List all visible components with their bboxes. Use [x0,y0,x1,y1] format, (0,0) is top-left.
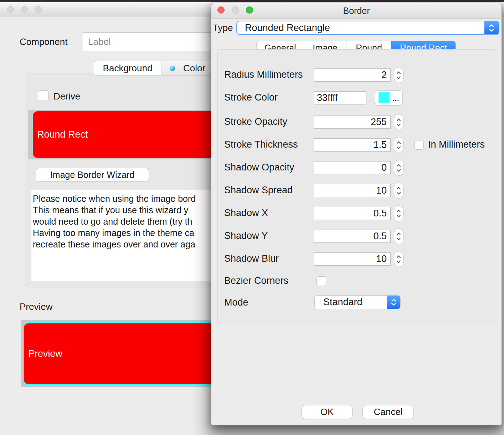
stepper-down-icon [396,169,401,172]
component-input[interactable] [83,32,211,51]
shadow-blur-stepper[interactable] [394,251,403,267]
shadow-opacity-input[interactable] [314,161,391,174]
stepper-up-icon [396,141,401,144]
component-label: Component [20,36,67,47]
stroke-thickness-input[interactable] [314,138,391,152]
in-millimeters-checkbox[interactable] [414,140,424,150]
border-dialog: Border Type Rounded Rectangle General Im… [211,3,502,425]
stroke-thickness-label: Stroke Thickness [224,139,298,150]
stepper-up-icon [396,71,401,74]
shadow-spread-stepper[interactable] [394,183,403,199]
border-dialog-titlebar[interactable]: Border [211,3,502,19]
cancel-button-label: Cancel [374,406,403,418]
close-dialog-button[interactable] [217,6,225,14]
mode-select-arrows-icon [387,296,400,309]
shadow-opacity-label: Shadow Opacity [224,162,294,173]
stroke-color-input[interactable] [314,91,366,104]
shadow-spread-input[interactable] [314,184,391,197]
dialog-title: Border [211,3,502,19]
stepper-up-icon [396,164,401,167]
round-rect-settings-panel: Radius Millimeters Stroke Color ... Stro… [217,49,497,325]
tab-background[interactable]: Background [94,61,161,76]
stepper-down-icon [396,76,401,79]
ok-button-label: OK [320,406,334,418]
minimize-window-button[interactable] [21,6,28,13]
shadow-y-label: Shadow Y [224,230,268,241]
stroke-opacity-stepper[interactable] [394,114,403,130]
stepper-down-icon [396,237,401,240]
derive-checkbox[interactable] [38,90,48,101]
stepper-down-icon [396,123,401,126]
mode-select[interactable]: Standard [314,295,401,309]
type-select-value: Rounded Rectangle [237,22,484,34]
stroke-color-swatch [379,92,390,103]
radius-millimeters-label: Radius Millimeters [224,69,303,80]
preview-sample-label: Preview [24,348,62,359]
chevron-up-icon [489,24,494,27]
image-border-wizard-button[interactable]: Image Border Wizard [36,168,149,181]
radius-millimeters-input[interactable] [314,68,391,82]
stroke-thickness-stepper[interactable] [394,137,403,153]
shadow-spread-label: Shadow Spread [224,185,293,196]
ok-button[interactable]: OK [302,405,353,419]
stepper-down-icon [396,260,401,263]
mode-select-value: Standard [315,297,387,308]
stepper-up-icon [396,232,401,235]
stroke-opacity-label: Stroke Opacity [224,116,287,127]
image-border-wizard-label: Image Border Wizard [50,170,134,180]
stepper-up-icon [396,255,401,258]
shadow-blur-label: Shadow Blur [224,253,279,264]
minimize-dialog-button[interactable] [232,6,239,14]
stepper-up-icon [396,187,401,190]
chevron-down-icon [489,29,494,32]
stepper-up-icon [396,118,401,121]
shadow-opacity-stepper[interactable] [394,160,403,176]
radius-millimeters-stepper[interactable] [394,67,403,83]
derive-label: Derive [53,91,80,102]
shadow-x-input[interactable] [314,207,391,220]
tab-background-label: Background [103,63,153,74]
shadow-y-stepper[interactable] [394,228,403,244]
desktop-strip [0,0,504,2]
type-select-arrows-icon [484,21,499,34]
stroke-opacity-input[interactable] [314,116,391,129]
zoom-dialog-button[interactable] [246,6,253,14]
round-rect-sample-label: Round Rect [33,129,88,140]
cancel-button[interactable]: Cancel [362,405,414,419]
color-ball-icon [170,66,175,71]
stepper-up-icon [396,210,401,213]
chevron-down-icon [391,303,396,306]
shadow-x-stepper[interactable] [394,205,403,221]
tab-color-label: Color [183,63,205,74]
bezier-corners-checkbox[interactable] [317,276,326,286]
shadow-blur-input[interactable] [314,252,391,266]
zoom-window-button[interactable] [35,6,42,13]
in-millimeters-label: In Millimeters [428,139,485,150]
close-window-button[interactable] [7,6,14,13]
stroke-color-ellipsis-label: ... [392,93,399,103]
preview-section-label: Preview [20,301,52,312]
shadow-y-input[interactable] [314,230,391,243]
tab-color[interactable]: Color [161,61,214,76]
stroke-color-label: Stroke Color [224,92,278,103]
stepper-down-icon [396,192,401,195]
shadow-x-label: Shadow X [224,208,268,219]
stepper-down-icon [396,146,401,149]
stroke-color-picker-button[interactable]: ... [375,90,403,106]
bezier-corners-label: Bezier Corners [224,275,288,286]
stepper-down-icon [396,215,401,218]
chevron-up-icon [391,299,396,302]
mode-label: Mode [224,297,248,308]
type-select[interactable]: Rounded Rectangle [236,21,499,35]
type-label: Type [213,22,233,34]
